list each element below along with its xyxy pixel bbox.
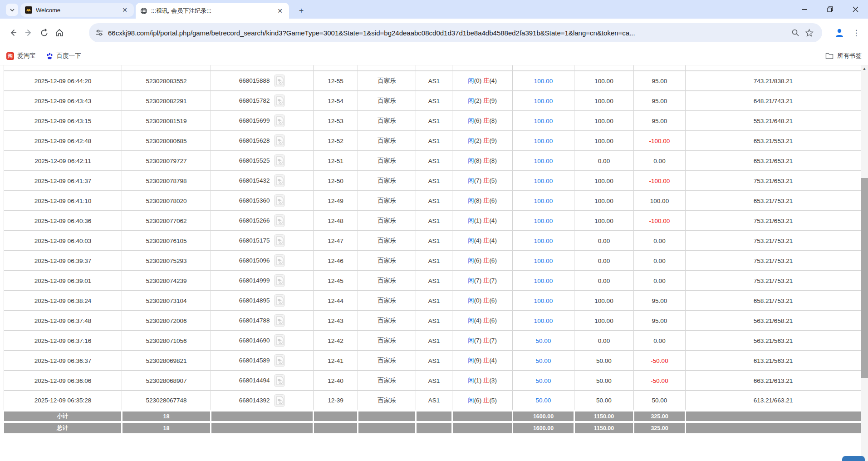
cell-valid_amount: 50.00 (574, 391, 634, 411)
forward-button[interactable] (21, 25, 36, 40)
bet-amount-link[interactable]: 50.00 (536, 377, 551, 384)
video-replay-icon[interactable] (274, 114, 285, 127)
cell-bet_amount[interactable]: 100.00 (513, 111, 574, 131)
cell-bet_amount[interactable]: 50.00 (513, 371, 574, 391)
tab-welcome[interactable]: Welcome ✕ (20, 3, 134, 17)
bookmark-taobao[interactable]: 淘 爱淘宝 (3, 52, 39, 60)
video-replay-icon[interactable] (274, 254, 285, 267)
bet-amount-link[interactable]: 100.00 (534, 158, 553, 164)
address-bar[interactable]: 66cxkj98.com/ipl/portal.php/game/betreco… (89, 23, 822, 42)
video-replay-icon[interactable] (274, 194, 285, 207)
video-replay-icon[interactable] (274, 174, 285, 187)
url-text[interactable]: 66cxkj98.com/ipl/portal.php/game/betreco… (108, 29, 789, 37)
tab-search-button[interactable] (6, 4, 18, 16)
back-button[interactable] (5, 25, 21, 40)
cell-bet_amount[interactable]: 100.00 (513, 191, 574, 211)
video-replay-icon[interactable] (274, 154, 285, 167)
tab-close-icon[interactable]: ✕ (120, 6, 129, 14)
video-replay-icon[interactable] (274, 294, 285, 307)
cell-bet_no: 668014589 (211, 351, 314, 371)
cell-bet_amount[interactable]: 50.00 (513, 391, 574, 411)
bookmark-baidu[interactable]: 百度一下 (42, 52, 85, 60)
cell-bet_amount[interactable]: 100.00 (513, 291, 574, 311)
video-replay-icon[interactable] (274, 354, 285, 367)
bet-number: 668014895 (239, 297, 270, 304)
bet-amount-link[interactable]: 100.00 (534, 98, 553, 104)
cell-round: 12-48 (314, 211, 358, 231)
video-replay-icon[interactable] (274, 94, 285, 107)
tab-bet-record[interactable]: :::视讯, 会员下注纪录::: ✕ (136, 3, 289, 19)
refresh-button[interactable] (36, 25, 52, 40)
video-replay-icon[interactable] (274, 234, 285, 247)
page-scrollbar[interactable]: ▲ (861, 65, 868, 461)
player-points: (6) (474, 117, 483, 124)
new-tab-button[interactable]: ＋ (296, 5, 307, 15)
minimize-button[interactable] (792, 0, 817, 19)
cell-bet_amount[interactable]: 100.00 (513, 151, 574, 171)
bet-amount-link[interactable]: 50.00 (536, 357, 551, 364)
cell-balance: 653.21/553.21 (686, 131, 861, 151)
all-bookmarks-label: 所有书签 (837, 52, 862, 60)
cell-bet_no: 668015360 (211, 191, 314, 211)
video-replay-icon[interactable] (274, 374, 285, 387)
profile-avatar[interactable] (832, 25, 847, 40)
partial-row (4, 65, 861, 71)
floating-action-button[interactable] (842, 456, 865, 461)
all-bookmarks-button[interactable]: 所有书签 (816, 51, 862, 60)
cell-bet_amount[interactable]: 100.00 (513, 171, 574, 191)
site-settings-icon[interactable] (95, 29, 103, 37)
scrollbar-thumb[interactable] (861, 178, 868, 378)
cell-win_loss: 0.00 (634, 331, 686, 351)
zoom-icon[interactable] (789, 26, 802, 40)
cell-bet_amount[interactable]: 100.00 (513, 131, 574, 151)
cell-game: 百家乐 (358, 371, 416, 391)
video-replay-icon[interactable] (274, 74, 285, 87)
video-replay-icon[interactable] (274, 394, 285, 407)
bet-amount-link[interactable]: 100.00 (534, 118, 553, 124)
browser-menu-icon[interactable]: ⋮ (849, 25, 863, 40)
video-replay-icon[interactable] (274, 134, 285, 147)
cell-bet_amount[interactable]: 100.00 (513, 231, 574, 251)
cell-bet_amount[interactable]: 100.00 (513, 311, 574, 331)
cell-balance (686, 411, 861, 422)
video-replay-icon[interactable] (274, 314, 285, 327)
cell-round: 12-44 (314, 291, 358, 311)
bookmark-star-icon[interactable] (802, 26, 816, 40)
bet-amount-link[interactable]: 100.00 (534, 278, 553, 284)
bet-amount-link[interactable]: 100.00 (534, 258, 553, 264)
banker-label: 庄 (483, 217, 490, 224)
cell-bet_amount[interactable]: 100.00 (513, 71, 574, 91)
close-window-button[interactable] (843, 0, 868, 19)
bet-amount-link[interactable]: 100.00 (534, 317, 553, 324)
cell-bet_amount[interactable]: 100.00 (513, 91, 574, 111)
bookmarks-bar: 淘 爱淘宝 百度一下 所有书签 (0, 47, 868, 65)
cell-bet_amount[interactable]: 100.00 (513, 251, 574, 271)
cell-round: 12-43 (314, 311, 358, 331)
cell-bet_amount[interactable]: 100.00 (513, 211, 574, 231)
video-replay-icon[interactable] (274, 334, 285, 347)
tab-close-icon[interactable]: ✕ (275, 7, 284, 15)
bet-amount-link[interactable]: 50.00 (536, 397, 551, 404)
bet-amount-link[interactable]: 100.00 (534, 78, 553, 84)
home-button[interactable] (52, 25, 67, 40)
bet-amount-link[interactable]: 100.00 (534, 198, 553, 204)
bet-amount-link[interactable]: 100.00 (534, 238, 553, 244)
bet-amount-link[interactable]: 50.00 (536, 337, 551, 344)
cell-bet_amount[interactable]: 50.00 (513, 331, 574, 351)
cell-time: 2025-12-09 06:37:48 (4, 311, 122, 331)
cell-table_name: AS1 (416, 171, 452, 191)
cell-round: 12-54 (314, 91, 358, 111)
video-replay-icon[interactable] (274, 274, 285, 287)
bet-amount-link[interactable]: 100.00 (534, 138, 553, 144)
bet-amount-link[interactable]: 100.00 (534, 218, 553, 224)
taobao-icon: 淘 (6, 52, 14, 60)
cell-bet_amount[interactable]: 50.00 (513, 351, 574, 371)
video-replay-icon[interactable] (274, 214, 285, 227)
bet-amount-link[interactable]: 100.00 (534, 297, 553, 304)
bet-amount-link[interactable]: 100.00 (534, 178, 553, 184)
scroll-up-arrow-icon[interactable]: ▲ (861, 66, 868, 71)
cell-bet_amount[interactable]: 100.00 (513, 271, 574, 291)
restore-button[interactable] (817, 0, 843, 19)
cell-time: 总计 (4, 422, 122, 433)
cell-bets: 闲(6) 庄(6) (452, 251, 513, 271)
